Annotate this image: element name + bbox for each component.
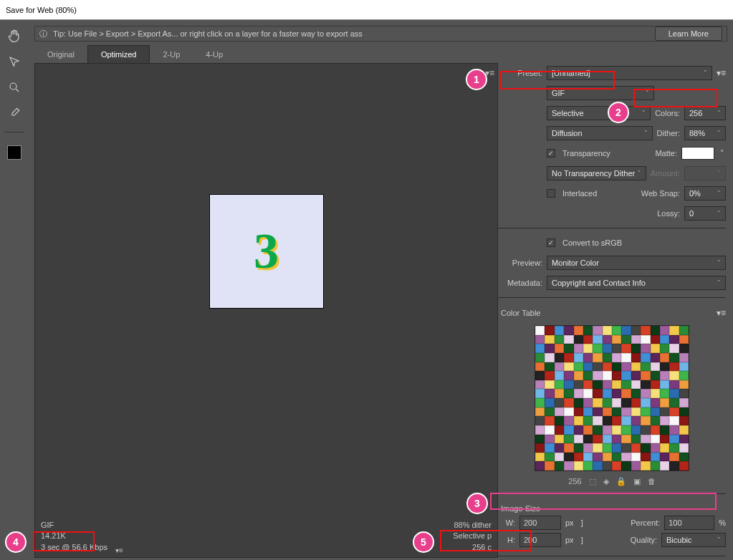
quality-select[interactable]: Bicubic˅ <box>661 533 726 547</box>
settings-panel: Preset: [Unnamed]˅ ▾≡ GIF˅ Selective˅ Co… <box>498 63 727 560</box>
preview-info-right: 88% dither Selective p 256 c <box>453 520 492 553</box>
dither-method-select[interactable]: Diffusion˅ <box>547 126 653 140</box>
zoom-tool-icon[interactable] <box>6 79 23 96</box>
amount-label: Amount: <box>651 169 680 178</box>
transparency-label: Transparency <box>562 149 610 158</box>
matte-swatch[interactable] <box>681 147 714 160</box>
tab-2up[interactable]: 2-Up <box>150 46 193 63</box>
lossy-select[interactable]: 0˅ <box>684 206 726 221</box>
file-format-select[interactable]: GIF˅ <box>547 86 654 100</box>
info-icon: ⓘ <box>39 29 47 39</box>
color-count: 256 <box>568 477 581 486</box>
preview-label: Preview: <box>498 259 542 267</box>
dither-label: Dither: <box>657 129 680 137</box>
ct-icon-3[interactable]: 🔒 <box>616 477 626 486</box>
preview-profile-select[interactable]: Monitor Color˅ <box>547 256 726 270</box>
slice-select-tool-icon[interactable] <box>6 53 23 70</box>
height-input[interactable]: 200 <box>519 533 561 547</box>
transparency-checkbox[interactable]: ✓ <box>547 149 555 158</box>
image-size-title: Image Size <box>498 501 726 514</box>
websnap-label: Web Snap: <box>641 189 680 198</box>
matte-label: Matte: <box>655 149 677 158</box>
preview-info-left: GIF 14.21K 3 sec @ 56.6 Kbps <box>41 520 107 553</box>
preset-flyout-icon[interactable]: ▾≡ <box>717 68 726 78</box>
learn-more-button[interactable]: Learn More <box>655 26 722 41</box>
lossy-label: Lossy: <box>498 209 680 218</box>
window-title-bar: Save for Web (80%) <box>0 0 733 20</box>
preset-select[interactable]: [Unnamed]˅ <box>547 66 712 80</box>
modem-speed-caret-icon[interactable]: ▾≡ <box>115 546 123 554</box>
window-title: Save for Web (80%) <box>6 6 77 14</box>
ct-icon-4[interactable]: ▣ <box>633 477 641 486</box>
preview-tabs: Original Optimized 2-Up 4-Up <box>34 44 498 63</box>
color-table-flyout-icon[interactable]: ▾≡ <box>717 308 726 318</box>
interlaced-label: Interlaced <box>562 189 597 198</box>
dither-amount-select[interactable]: 88%˅ <box>684 126 726 140</box>
preview-canvas: 3 <box>209 194 324 309</box>
tab-optimized[interactable]: Optimized <box>87 45 150 63</box>
eyedropper-tool-icon[interactable] <box>6 105 23 122</box>
svg-point-0 <box>10 83 16 90</box>
annotation-bubble-2: 2 <box>608 102 629 123</box>
link-dim-icon[interactable]: ] <box>578 518 586 527</box>
metadata-select[interactable]: Copyright and Contact Info˅ <box>547 276 726 290</box>
eyedropper-color-swatch[interactable] <box>7 145 21 160</box>
color-reduction-select[interactable]: Selective˅ <box>547 106 651 120</box>
preview-area[interactable]: ▾≡ 3 GIF 14.21K 3 sec @ 56.6 Kbps ▾≡ 88%… <box>34 63 498 558</box>
metadata-label: Metadata: <box>498 279 542 287</box>
convert-srgb-label: Convert to sRGB <box>562 238 622 247</box>
colors-select[interactable]: 256˅ <box>684 106 726 120</box>
tip-bar: ⓘ Tip: Use File > Export > Export As... … <box>34 26 727 42</box>
ct-trash-icon[interactable]: 🗑 <box>648 477 656 486</box>
trans-dither-amount: ˅ <box>684 166 726 180</box>
left-tool-strip <box>0 20 29 560</box>
color-table-grid[interactable] <box>535 325 689 471</box>
width-input[interactable]: 200 <box>519 516 561 530</box>
colors-label: Colors: <box>655 109 680 117</box>
transparency-dither-select[interactable]: No Transparency Dither˅ <box>547 166 646 180</box>
color-table-title: Color Table <box>501 309 540 317</box>
preset-label: Preset: <box>498 69 542 77</box>
percent-input[interactable]: 100 <box>664 516 714 530</box>
hand-tool-icon[interactable] <box>6 27 23 44</box>
ct-icon-1[interactable]: ⬚ <box>589 477 596 486</box>
annotation-bubble-4: 4 <box>5 531 27 553</box>
interlaced-checkbox[interactable] <box>547 189 555 198</box>
annotation-bubble-5: 5 <box>413 531 434 553</box>
annotation-bubble-3: 3 <box>466 493 488 514</box>
preview-sample-glyph: 3 <box>254 223 279 280</box>
tip-text: Tip: Use File > Export > Export As... or… <box>53 29 363 38</box>
tab-4up[interactable]: 4-Up <box>193 46 236 63</box>
tab-original[interactable]: Original <box>34 46 87 63</box>
websnap-select[interactable]: 0%˅ <box>684 186 726 201</box>
ct-icon-2[interactable]: ◈ <box>603 477 609 486</box>
annotation-bubble-1: 1 <box>466 69 487 90</box>
convert-srgb-checkbox[interactable]: ✓ <box>547 238 555 247</box>
